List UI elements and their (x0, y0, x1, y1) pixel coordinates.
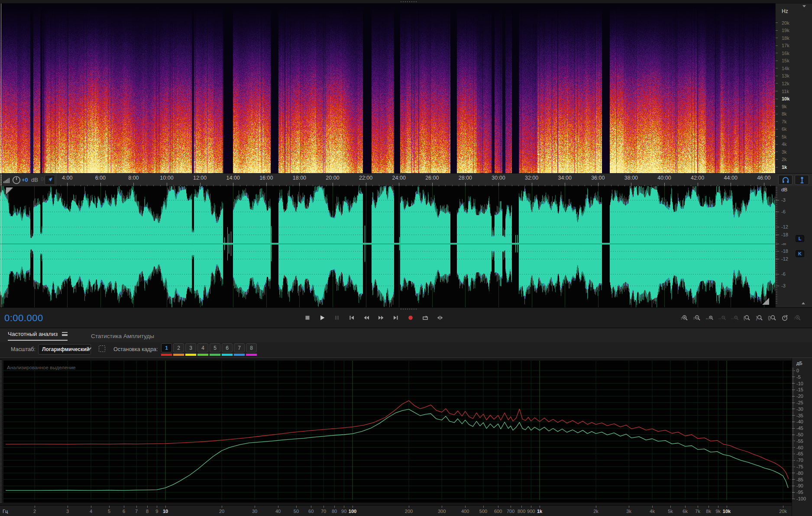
scale-collapse-icon[interactable] (802, 5, 806, 7)
frequency-label: 9k (782, 104, 787, 109)
monitor-input-button[interactable] (778, 175, 793, 185)
zoom-full-button[interactable]: ↕ (793, 311, 802, 324)
frame-hold-button[interactable]: 1 (161, 343, 172, 352)
zoom-corner-handle[interactable] (6, 187, 13, 194)
play-button[interactable] (317, 311, 327, 324)
amplitude-scale[interactable]: dB -3-6-12-18-∞-18-12-6-3LK (775, 186, 812, 307)
graph-plot-area[interactable]: Анализированное выделение (3, 361, 792, 503)
time-ruler[interactable]: 4:006:008:0010:0012:0014:0016:0018:0020:… (0, 174, 775, 187)
fast-forward-button[interactable] (376, 311, 386, 324)
gain-value[interactable]: +0 (22, 177, 28, 183)
frame-hold-1[interactable]: 1 (161, 343, 172, 356)
db-axis-tick (792, 409, 795, 409)
frequency-axis-label: 20 (219, 509, 224, 514)
zoom-out-vertical-button[interactable]: ↕ (692, 311, 701, 324)
zoom-to-in-point-button[interactable]: { (743, 311, 751, 324)
scale-select[interactable]: Логарифмический (38, 344, 91, 355)
ruler-time-label: 42:00 (691, 175, 704, 181)
frequency-axis-tick (334, 506, 335, 508)
frequency-label: 5k (782, 134, 787, 139)
panel-divider[interactable] (0, 0, 812, 3)
analyzed-selection-label: Анализированное выделение (7, 365, 75, 370)
frame-hold-6[interactable]: 6 (222, 343, 233, 356)
frame-hold-3[interactable]: 3 (185, 343, 196, 356)
db-axis-tick (792, 479, 795, 480)
clock-knob-icon[interactable] (12, 176, 21, 184)
frame-hold-buttons: 12345678 (161, 343, 257, 356)
playhead-timer-button[interactable] (780, 311, 789, 324)
frame-hold-label: Остановка кадра: (113, 346, 158, 352)
amplitude-tick (776, 212, 779, 212)
rewind-button[interactable] (361, 311, 372, 324)
tab-frequency-analysis[interactable]: Частотный анализ (8, 331, 68, 341)
record-button[interactable] (405, 311, 416, 324)
stop-button[interactable] (302, 311, 313, 324)
skip-start-button[interactable] (346, 311, 357, 324)
frequency-axis-tick (727, 506, 727, 508)
frame-hold-7[interactable]: 7 (234, 343, 245, 356)
scale-select-value: Логарифмический (42, 346, 90, 352)
channel-badge-l[interactable]: L (796, 235, 804, 242)
graph-db-axis: дБ 0-5-10-15-20-25-30-35-40-45-50-55-60-… (792, 358, 812, 516)
rewind-icon (363, 315, 369, 321)
amplitude-ticks (776, 187, 777, 305)
db-axis-label: -15 (796, 387, 803, 392)
frequency-axis-label: 20k (779, 509, 787, 514)
amplitude-tick (776, 244, 779, 244)
time-display[interactable]: 0:00.000 (4, 313, 43, 324)
ruler-time-label: 34:00 (558, 175, 572, 181)
frequency-axis-tick (324, 506, 324, 508)
frequency-axis-tick (718, 506, 718, 508)
zoom-to-out-point-button[interactable]: } (755, 311, 764, 324)
frame-hold-button[interactable]: 4 (197, 343, 208, 352)
zoom-corner-handle[interactable] (762, 298, 769, 305)
pin-icon (799, 177, 805, 184)
ruler-time-label: 32:00 (525, 175, 538, 181)
frequency-label: 12k (782, 81, 789, 86)
frequency-axis-tick (91, 506, 91, 508)
zoom-to-selection-button[interactable]: {} (768, 311, 776, 324)
frame-hold-8[interactable]: 8 (246, 343, 257, 356)
frame-hold-button[interactable]: 3 (185, 343, 196, 352)
loop-playback-button[interactable] (420, 311, 430, 324)
channel-badge-k[interactable]: K (796, 250, 804, 257)
frequency-scale[interactable]: Hz 20k19k18k17k16k15k14k13k12k11k10k9k8k… (775, 3, 812, 173)
amplitude-label: -18 (781, 232, 788, 237)
db-axis-tick (792, 447, 795, 448)
frequency-axis-tick (511, 506, 511, 508)
snap-button[interactable] (45, 175, 55, 185)
ruler-time-label: 10:00 (160, 175, 173, 181)
zoom-in-horizontal-button[interactable]: ↔ (705, 311, 714, 324)
frame-hold-button[interactable]: 2 (173, 343, 184, 352)
frequency-label: 8k (782, 111, 787, 116)
frequency-axis-tick (311, 506, 311, 508)
levels-bars-icon (3, 177, 11, 183)
frame-hold-button[interactable]: 7 (234, 343, 245, 352)
frequency-scale-unit: Hz (782, 8, 788, 14)
playhead[interactable] (1, 3, 1, 307)
frame-hold-2[interactable]: 2 (173, 343, 184, 356)
zoom-out-horizontal-button[interactable]: ↔ (718, 311, 726, 324)
db-axis-tick (792, 403, 795, 403)
ruler-time-label: 4:00 (62, 175, 72, 181)
zoom-reset-button[interactable]: ↔ (730, 311, 739, 324)
frame-hold-4[interactable]: 4 (197, 343, 208, 356)
copy-graph-button[interactable] (99, 345, 105, 352)
frame-hold-button[interactable]: 5 (210, 343, 220, 352)
frequency-label: 13k (782, 73, 789, 78)
frequency-axis-label: 4 (90, 509, 92, 514)
waveform-display[interactable] (0, 186, 775, 307)
pause-button[interactable] (332, 311, 342, 324)
panel-menu-icon[interactable] (62, 332, 68, 336)
frame-hold-button[interactable]: 8 (246, 343, 257, 352)
scale-expand-icon[interactable] (802, 302, 805, 304)
frame-hold-5[interactable]: 5 (210, 343, 220, 356)
tab-amplitude-statistics[interactable]: Статистика Амплитуды (91, 333, 154, 339)
db-axis-label: -25 (796, 400, 803, 405)
skip-end-button[interactable] (391, 311, 401, 324)
spectrogram-display[interactable] (0, 3, 775, 173)
zoom-in-vertical-button[interactable]: ↕ (680, 311, 689, 324)
metronome-button[interactable] (795, 175, 809, 185)
skip-selection-button[interactable] (435, 311, 445, 324)
frame-hold-button[interactable]: 6 (222, 343, 233, 352)
